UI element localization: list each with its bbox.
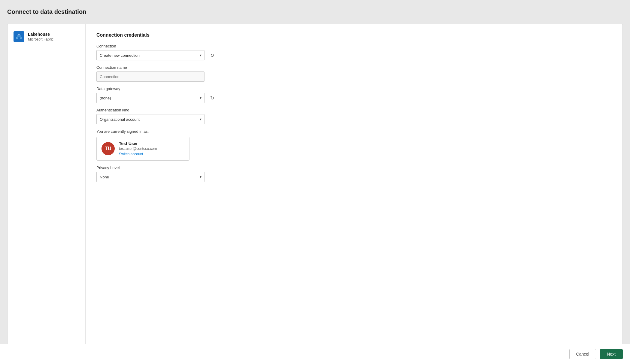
footer-bar: Cancel Next	[0, 344, 630, 364]
privacy-level-group: Privacy Level None Public Organizational…	[96, 165, 612, 182]
source-item: Lakehouse Microsoft Fabric	[14, 31, 53, 42]
privacy-level-label: Privacy Level	[96, 165, 612, 170]
svg-rect-3	[18, 37, 20, 39]
source-name: Lakehouse	[28, 32, 53, 37]
next-button[interactable]: Next	[600, 349, 623, 359]
data-gateway-refresh-icon: ↻	[210, 95, 214, 101]
section-title: Connection credentials	[96, 32, 612, 38]
connection-label: Connection	[96, 44, 612, 48]
connection-group: Connection Create new connection ▾ ↻	[96, 44, 612, 60]
avatar: TU	[101, 142, 115, 155]
user-email: test.user@contoso.com	[119, 147, 157, 151]
user-card: TU Test User test.user@contoso.com Switc…	[96, 137, 189, 161]
connection-select-wrapper: Create new connection ▾	[96, 50, 204, 60]
page-title: Connect to data destination	[7, 6, 623, 18]
auth-kind-select-wrapper: Organizational account ▾	[96, 114, 204, 124]
left-panel: Lakehouse Microsoft Fabric	[8, 24, 86, 358]
data-gateway-label: Data gateway	[96, 86, 612, 91]
auth-kind-group: Authentication kind Organizational accou…	[96, 108, 612, 124]
connection-refresh-icon: ↻	[210, 53, 214, 58]
signed-in-label: You are currently signed in as:	[96, 129, 612, 134]
source-icon	[14, 31, 24, 42]
data-gateway-group: Data gateway (none) ▾ ↻	[96, 86, 612, 103]
source-info: Lakehouse Microsoft Fabric	[28, 32, 53, 41]
signed-in-group: You are currently signed in as: TU Test …	[96, 129, 612, 161]
data-gateway-select[interactable]: (none)	[96, 93, 204, 103]
privacy-level-select[interactable]: None Public Organizational Private	[96, 172, 204, 182]
connection-name-label: Connection name	[96, 65, 612, 70]
source-subtitle: Microsoft Fabric	[28, 37, 53, 41]
connection-refresh-button[interactable]: ↻	[207, 51, 217, 60]
right-panel: Connection credentials Connection Create…	[86, 24, 622, 358]
user-info: Test User test.user@contoso.com Switch a…	[119, 141, 157, 156]
switch-account-link[interactable]: Switch account	[119, 152, 157, 156]
connection-name-input[interactable]	[96, 71, 204, 82]
cancel-button[interactable]: Cancel	[569, 349, 596, 359]
connection-row: Create new connection ▾ ↻	[96, 50, 612, 60]
user-name: Test User	[119, 141, 157, 146]
data-gateway-row: (none) ▾ ↻	[96, 93, 612, 103]
data-gateway-refresh-button[interactable]: ↻	[207, 93, 217, 102]
privacy-level-select-wrapper: None Public Organizational Private ▾	[96, 172, 204, 182]
connection-name-group: Connection name	[96, 65, 612, 82]
auth-kind-label: Authentication kind	[96, 108, 612, 112]
data-gateway-select-wrapper: (none) ▾	[96, 93, 204, 103]
connection-select[interactable]: Create new connection	[96, 50, 204, 60]
auth-kind-select[interactable]: Organizational account	[96, 114, 204, 124]
main-card: Lakehouse Microsoft Fabric Connection cr…	[7, 24, 623, 358]
